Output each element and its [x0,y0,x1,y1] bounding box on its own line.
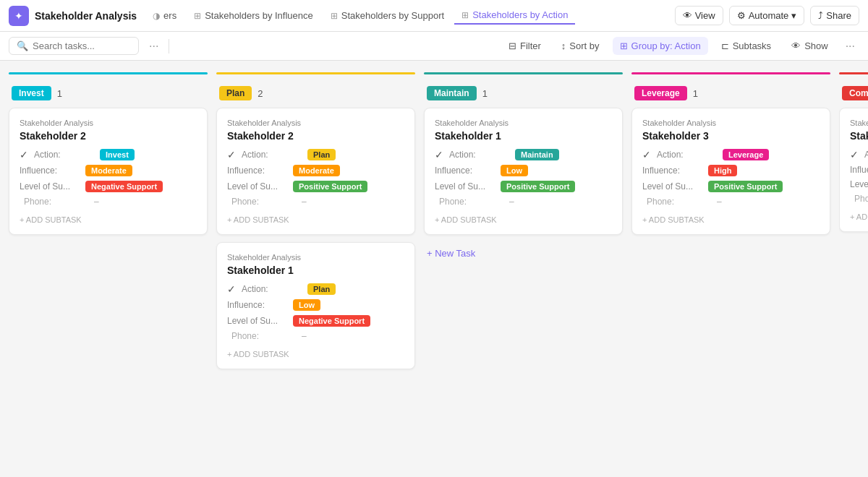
add-subtask-button[interactable]: + ADD SUBTASK [642,211,820,224]
maintain-count: 1 [482,88,488,99]
show-button[interactable]: 👁 Show [784,37,835,55]
card-action-field: ✓ Action: Invest [20,149,197,160]
check-icon: ✓ [227,283,236,295]
new-task-button[interactable]: + New Task [424,242,623,265]
tab-action-icon: ⊞ [461,10,469,20]
phone-value: – [302,197,307,207]
card-project: Stakeholder Analysis [20,119,197,127]
leverage-badge: Leverage [634,86,687,100]
invest-count: 1 [57,88,62,99]
subtasks-icon: ⊏ [721,40,729,51]
card-title: Stakeholder [850,130,868,142]
card-influence-field: Influence: Moderate [20,165,197,176]
card-title: Stakeholder 3 [642,130,820,142]
card-action-field: ✓ Action: Plan [227,149,404,160]
card-action-field: ✓ Action: Leverage [642,149,820,160]
column-plan: Plan 2 Stakeholder Analysis Stakeholder … [216,72,415,465]
action-tag: Plan [307,149,336,160]
card-influence-field: Influence: Low [435,165,612,176]
card-action-field: ✓ Action: Plan [227,283,404,295]
tab-influence[interactable]: ⊞ Stakeholders by Influence [187,7,320,24]
card-plan-2: Stakeholder Analysis Stakeholder 1 ✓ Act… [216,242,415,369]
tab-support-icon: ⊞ [331,11,338,21]
influence-tag: High [708,165,737,176]
add-subtask-button[interactable]: + ADD SUBTASK [20,211,197,224]
toolbar-more-icon[interactable]: ··· [841,37,859,56]
card-project: Stakeholder Analysis [227,119,404,127]
tab-action[interactable]: ⊞ Stakeholders by Action [454,7,575,25]
search-icon: 🔍 [17,40,28,51]
add-subtask-button[interactable]: + ADD SUBTASK [435,211,612,224]
card-project: Stakeholder Analysis [227,253,404,262]
influence-tag: Low [293,299,320,311]
tab-support[interactable]: ⊞ Stakeholders by Support [323,7,451,24]
filter-button[interactable]: ⊟ Filter [501,37,548,55]
card-title: Stakeholder 1 [435,130,612,142]
tab-others[interactable]: ◑ ers [145,7,184,24]
card-title: Stakeholder 1 [227,265,404,276]
filter-icon: ⊟ [509,40,516,51]
card-maintain-1: Stakeholder Analysis Stakeholder 1 ✓ Act… [424,108,623,235]
invest-badge: Invest [12,86,51,100]
automate-button[interactable]: ⚙ Automate ▾ [729,6,805,25]
action-tag: Plan [307,283,336,295]
share-button[interactable]: ⤴ Share [810,6,859,25]
card-support-field: Level of Su... Negative Support [227,315,404,327]
support-tag: Positive Support [708,181,783,192]
top-nav: ✦ Stakeholder Analysis ◑ ers ⊞ Stakehold… [0,0,868,32]
card-support-field: Level of Su... Positive Support [435,181,612,192]
column-plan-header: Plan 2 [216,82,415,108]
card-phone-field: Phone: – [642,197,820,207]
card-phone-field: Phone: – [435,197,612,207]
view-button[interactable]: 👁 View [675,6,723,25]
check-icon: ✓ [850,149,859,160]
share-icon: ⤴ [818,10,823,21]
support-tag: Positive Support [501,181,575,192]
toolbar: 🔍 ··· ⊟ Filter ↕ Sort by ⊞ Group by: Act… [0,32,868,61]
add-subtask-button[interactable]: + ADD SUBTA... [850,208,868,221]
card-project: Stakeholder [850,119,868,127]
influence-tag: Moderate [85,165,132,176]
card-influence-field: Influence: Low [227,299,404,311]
action-tag: Invest [100,149,135,160]
show-icon: 👁 [791,40,801,51]
column-leverage: Leverage 1 Stakeholder Analysis Stakehol… [631,72,830,465]
subtasks-button[interactable]: ⊏ Subtasks [714,37,778,55]
card-commit-partial: Stakeholder Stakeholder ✓ Action: Influe… [839,108,868,232]
card-phone-field: Phone: – [227,197,404,207]
card-support-field: Level of Su... Positive Support [227,181,404,192]
search-more-icon[interactable]: ··· [145,37,163,56]
card-influence-field: Influence: Moderate [227,165,404,176]
phone-value: – [717,197,722,207]
support-tag: Positive Support [293,181,367,192]
board: Invest 1 Stakeholder Analysis Stakeholde… [0,61,868,477]
card-title: Stakeholder 2 [227,130,404,142]
card-action-field: ✓ Action: [850,149,868,160]
column-maintain-header: Maintain 1 [424,82,623,108]
support-tag: Negative Support [293,315,370,327]
card-influence-field: Influence... [850,165,868,175]
column-commit: Commit Stakeholder Stakeholder ✓ Action:… [839,72,868,465]
card-project: Stakeholder Analysis [642,119,820,127]
add-subtask-button[interactable]: + ADD SUBTASK [227,345,404,358]
action-tag: Leverage [723,149,769,160]
column-leverage-header: Leverage 1 [631,82,830,108]
card-plan-1: Stakeholder Analysis Stakeholder 2 ✓ Act… [216,108,415,235]
automate-icon: ⚙ [737,10,746,21]
column-invest: Invest 1 Stakeholder Analysis Stakeholde… [9,72,208,465]
card-project: Stakeholder Analysis [435,119,612,127]
nav-actions: 👁 View ⚙ Automate ▾ ⤴ Share [675,6,859,25]
maintain-badge: Maintain [427,86,477,100]
search-box[interactable]: 🔍 [9,37,139,55]
sort-button[interactable]: ↕ Sort by [554,37,607,55]
phone-value: – [509,197,514,207]
check-icon: ✓ [227,149,236,160]
card-action-field: ✓ Action: Maintain [435,149,612,160]
search-input[interactable] [33,40,131,51]
group-by-button[interactable]: ⊞ Group by: Action [613,37,708,55]
plan-count: 2 [258,88,263,99]
leverage-count: 1 [693,88,698,99]
add-subtask-button[interactable]: + ADD SUBTASK [227,211,404,224]
action-tag: Maintain [515,149,559,160]
app-icon: ✦ [9,6,29,26]
